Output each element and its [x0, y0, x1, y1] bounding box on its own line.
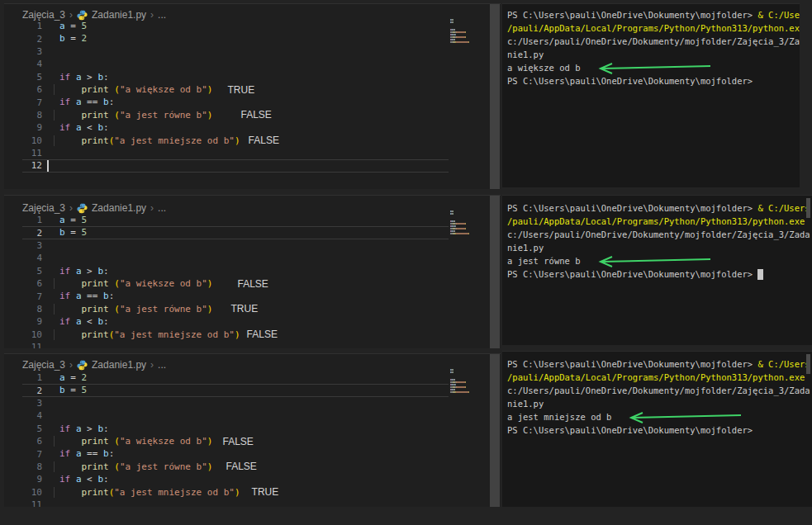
code-text: if a == b: — [59, 96, 114, 108]
code-line[interactable]: 7if a == b: — [22, 96, 449, 108]
terminal-scrollbar[interactable] — [806, 354, 810, 374]
minimap-line — [450, 233, 480, 234]
code-line[interactable]: 1a = 5 — [22, 214, 449, 226]
python-icon-wrap — [77, 203, 88, 214]
line-number: 6 — [22, 278, 42, 289]
code-text: print("a jest mniejsze od b") — [59, 486, 240, 499]
editor-panel[interactable]: Zajęcia_3›Zadanie1.py›...1a = 52b = 2345… — [4, 3, 501, 189]
code-text: if a == b: — [59, 447, 114, 460]
minimap-line — [450, 44, 480, 45]
code-line[interactable]: 11 — [22, 341, 449, 348]
breadcrumb-file[interactable]: Zadanie1.py — [92, 359, 146, 371]
code-text: print ("a większe od b") — [59, 435, 212, 447]
minimap-line — [450, 31, 480, 33]
code-text: a = 2 — [59, 371, 87, 384]
code-line[interactable]: 10 print("a jest mniejsze od b")FALSE — [22, 135, 449, 147]
indent-guide — [54, 278, 55, 289]
code-line[interactable]: 4 — [22, 58, 449, 70]
breadcrumb-file[interactable]: Zadanie1.py — [92, 202, 146, 214]
code-line[interactable]: 3 — [22, 239, 449, 252]
terminal-panel[interactable]: PS C:\Users\pauli\OneDrive\Dokumenty\moj… — [502, 351, 812, 507]
indent-guide — [54, 304, 55, 315]
code-line[interactable]: 8 print ("a jest równe b")FALSE — [22, 461, 449, 473]
minimap-line — [450, 24, 480, 26]
editor-scrollbar[interactable] — [490, 354, 500, 507]
terminal-panel[interactable]: PS C:\Users\pauli\OneDrive\Dokumenty\moj… — [502, 195, 812, 345]
code-line[interactable]: 11 — [22, 147, 449, 159]
breadcrumb-file[interactable]: Zadanie1.py — [92, 9, 146, 21]
minimap[interactable] — [450, 369, 480, 396]
code-text: a = 5 — [59, 20, 87, 32]
code-line[interactable]: 5if a > b: — [22, 265, 449, 277]
editor-caret — [47, 160, 49, 172]
green-arrow-annotation — [622, 411, 743, 423]
code-line[interactable]: 11 — [22, 499, 449, 507]
code-line[interactable]: 8 print ("a jest równe b")TRUE — [22, 303, 449, 315]
minimap-line — [450, 213, 480, 215]
terminal-line: c:/Users/pauli/OneDrive/Dokumenty/mojfol… — [507, 35, 800, 48]
code-line[interactable]: 6 print ("a większe od b")FALSE — [22, 277, 449, 290]
code-line[interactable]: 6 print ("a większe od b")TRUE — [22, 83, 449, 96]
code-line[interactable]: 1a = 2 — [22, 371, 449, 384]
breadcrumb-folder[interactable]: Zajęcia_3 — [22, 202, 65, 214]
minimap-line — [450, 230, 480, 232]
code-line[interactable]: 10 print("a jest mniejsze od b")TRUE — [22, 486, 449, 499]
code-text: b = 2 — [59, 32, 87, 45]
line-number: 2 — [22, 34, 42, 45]
minimap-line — [450, 34, 480, 35]
breadcrumb-more[interactable]: ... — [158, 202, 166, 214]
result-annotation: TRUE — [227, 84, 254, 96]
code-line[interactable]: 9if a < b: — [22, 315, 449, 328]
editor-scrollbar[interactable] — [490, 196, 500, 348]
minimap-line — [450, 26, 480, 28]
breadcrumb-more[interactable]: ... — [158, 359, 166, 371]
code-line[interactable]: 4 — [22, 252, 449, 264]
minimap[interactable] — [450, 210, 480, 238]
result-annotation: FALSE — [222, 436, 253, 447]
breadcrumb-more[interactable]: ... — [158, 9, 166, 21]
editor-scrollbar[interactable] — [490, 4, 500, 189]
code-line[interactable]: 9if a < b: — [22, 121, 449, 134]
terminal-line: a jest mniejsze od b — [507, 410, 812, 423]
terminal-line: /pauli/AppData/Local/Programs/Python/Pyt… — [507, 21, 800, 35]
terminal-line: /pauli/AppData/Local/Programs/Python/Pyt… — [507, 215, 812, 228]
chevron-right-icon: › — [69, 202, 73, 214]
indent-guide — [54, 84, 55, 95]
code-line[interactable]: 6 print ("a większe od b")FALSE — [22, 435, 449, 447]
code-text: if a == b: — [59, 290, 114, 302]
code-line[interactable]: 3 — [22, 45, 449, 58]
code-line[interactable]: 1a = 5 — [22, 20, 449, 32]
result-annotation: TRUE — [252, 486, 279, 498]
breadcrumb-folder[interactable]: Zajęcia_3 — [22, 359, 65, 371]
result-annotation: FALSE — [226, 461, 256, 472]
breadcrumb-folder[interactable]: Zajęcia_3 — [22, 9, 65, 21]
code-line[interactable]: 4 — [22, 409, 449, 422]
code-line[interactable]: 8 print ("a jest równe b")FALSE — [22, 109, 449, 121]
code-line[interactable]: 10 print("a jest mniejsze od b")FALSE — [22, 329, 449, 341]
terminal-scrollbar[interactable] — [806, 198, 810, 218]
code-line[interactable]: 7if a == b: — [22, 290, 449, 302]
line-number: 2 — [22, 228, 42, 239]
code-line[interactable]: 12 — [22, 159, 449, 172]
code-line[interactable]: 2b = 2 — [22, 32, 449, 45]
minimap-line — [450, 19, 480, 21]
code-line[interactable]: 7if a == b: — [22, 447, 449, 460]
terminal-line: /pauli/AppData/Local/Programs/Python/Pyt… — [507, 371, 812, 384]
code-line[interactable]: 9if a < b: — [22, 473, 449, 485]
code-lines: 1a = 52b = 5345if a > b:6 print ("a więk… — [22, 214, 449, 348]
editor-panel[interactable]: Zajęcia_3›Zadanie1.py›...1a = 52b = 5345… — [4, 195, 501, 348]
terminal-panel[interactable]: PS C:\Users\pauli\OneDrive\Dokumenty\moj… — [502, 3, 800, 187]
minimap[interactable] — [450, 19, 480, 49]
code-line[interactable]: 5if a > b: — [22, 423, 449, 435]
line-number: 11 — [22, 342, 42, 348]
code-line[interactable]: 2b = 5 — [22, 226, 449, 239]
terminal-line: a jest równe b — [507, 254, 812, 267]
code-line[interactable]: 2b = 5 — [22, 384, 449, 396]
code-line[interactable]: 5if a > b: — [22, 71, 449, 83]
editor-panel[interactable]: Zajęcia_3›Zadanie1.py›...1a = 22b = 5345… — [4, 353, 501, 507]
terminal-line: nie1.py — [507, 48, 800, 61]
chevron-right-icon: › — [150, 202, 154, 214]
code-line[interactable]: 3 — [22, 397, 449, 409]
terminal-line: PS C:\Users\pauli\OneDrive\Dokumenty\moj… — [507, 267, 812, 281]
minimap-line — [450, 369, 480, 371]
